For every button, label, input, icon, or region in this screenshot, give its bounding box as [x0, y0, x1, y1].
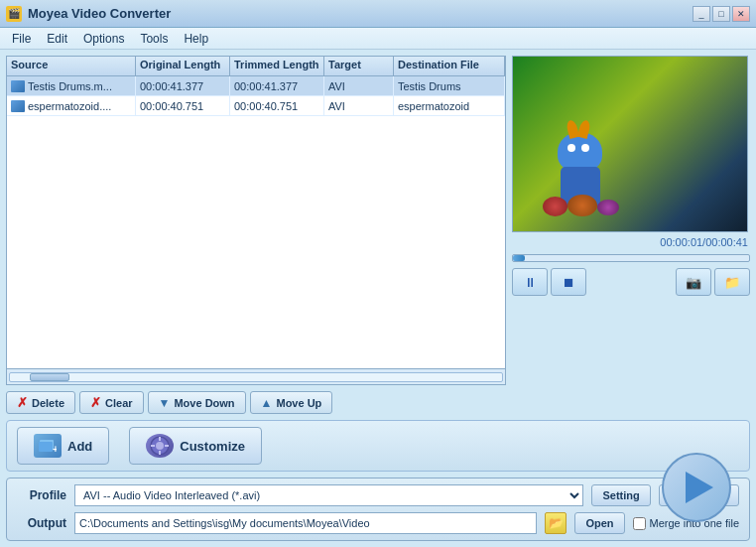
profile-row: Profile AVI -- Audio Video Interleaved (… — [17, 484, 739, 506]
add-button[interactable]: + Add — [17, 427, 109, 465]
menu-bar: File Edit Options Tools Help — [0, 28, 756, 50]
bottom-section: Profile AVI -- Audio Video Interleaved (… — [6, 478, 750, 541]
play-triangle-icon — [686, 472, 713, 503]
clear-button[interactable]: ✗ Clear — [79, 391, 144, 414]
cell-target-0: AVI — [324, 76, 394, 95]
delete-button[interactable]: ✗ Delete — [6, 391, 75, 414]
time-display: 00:00:01/00:00:41 — [512, 236, 750, 248]
arrow-down-icon: ▼ — [159, 396, 171, 410]
horizontal-scrollbar[interactable] — [7, 368, 505, 384]
customize-icon — [146, 434, 174, 458]
col-source: Source — [7, 57, 136, 75]
big-buttons-row: + Add Customize — [6, 420, 750, 472]
video-frame — [513, 57, 747, 231]
file-list-area: Source Original Length Trimmed Length Ta… — [6, 56, 506, 385]
folder-browse-icon: 📂 — [549, 516, 564, 530]
scroll-track — [9, 372, 503, 382]
svg-rect-6 — [159, 451, 161, 455]
main-content: Source Original Length Trimmed Length Ta… — [0, 50, 756, 547]
profile-label: Profile — [17, 488, 66, 502]
drum3 — [597, 200, 619, 215]
stop-icon: ⏹ — [563, 275, 575, 290]
menu-edit[interactable]: Edit — [39, 30, 75, 48]
move-up-button[interactable]: ▲ Move Up — [250, 391, 333, 414]
convert-play-button[interactable] — [662, 453, 731, 522]
window-controls: _ □ ✕ — [693, 6, 750, 22]
drum2 — [567, 195, 597, 216]
table-row[interactable]: espermatozoid.... 00:00:40.751 00:00:40.… — [7, 96, 505, 116]
output-row: Output 📂 Open Merge into one file — [17, 512, 739, 534]
table-body: Testis Drums.m... 00:00:41.377 00:00:41.… — [7, 76, 505, 368]
svg-point-4 — [156, 442, 164, 450]
col-original: Original Length — [136, 57, 230, 75]
cell-dest-1: espermatozoid — [394, 96, 505, 115]
playback-controls: ⏸ ⏹ — [512, 268, 586, 296]
col-target: Target — [324, 57, 394, 75]
col-dest: Destination File — [394, 57, 505, 75]
file-icon — [11, 80, 25, 92]
table-row[interactable]: Testis Drums.m... 00:00:41.377 00:00:41.… — [7, 76, 505, 96]
setting-button[interactable]: Setting — [591, 484, 650, 506]
browse-folder-button[interactable]: 📂 — [545, 512, 567, 534]
file-icon — [11, 100, 25, 112]
arrow-up-icon: ▲ — [261, 396, 273, 410]
char-eye2 — [581, 144, 589, 152]
media-controls: 📷 📁 — [676, 268, 750, 296]
profile-select[interactable]: AVI -- Audio Video Interleaved (*.avi) — [74, 484, 583, 506]
svg-rect-8 — [165, 445, 169, 447]
open-output-button[interactable]: Open — [574, 512, 624, 534]
camera-icon: 📷 — [686, 275, 701, 290]
menu-file[interactable]: File — [4, 30, 39, 48]
maximize-button[interactable]: □ — [712, 6, 730, 22]
drum1 — [543, 197, 567, 216]
cell-target-1: AVI — [324, 96, 394, 115]
char-eye1 — [567, 144, 575, 152]
col-trimmed: Trimmed Length — [230, 57, 324, 75]
merge-checkbox[interactable] — [633, 517, 646, 530]
app-icon: 🎬 — [6, 6, 22, 22]
svg-text:+: + — [53, 444, 57, 454]
cell-trim-1: 00:00:40.751 — [230, 96, 324, 115]
open-folder-button[interactable]: 📁 — [714, 268, 750, 296]
preview-area: 00:00:01/00:00:41 ⏸ ⏹ 📷 — [512, 56, 750, 414]
action-buttons-row: ✗ Delete ✗ Clear ▼ Move Down ▲ Move Up — [6, 391, 506, 414]
minimize-button[interactable]: _ — [693, 6, 710, 22]
pause-button[interactable]: ⏸ — [512, 268, 548, 296]
cell-dest-0: Testis Drums — [394, 76, 505, 95]
menu-help[interactable]: Help — [176, 30, 216, 48]
cell-source-1: espermatozoid.... — [7, 96, 136, 115]
menu-tools[interactable]: Tools — [132, 30, 176, 48]
svg-rect-1 — [39, 442, 53, 452]
output-label: Output — [17, 516, 66, 530]
delete-icon: ✗ — [17, 395, 28, 410]
cell-orig-0: 00:00:41.377 — [136, 76, 230, 95]
top-section: Source Original Length Trimmed Length Ta… — [6, 56, 750, 414]
cell-source-0: Testis Drums.m... — [7, 76, 136, 95]
pause-icon: ⏸ — [524, 275, 537, 290]
svg-rect-5 — [159, 437, 161, 441]
char-horn2 — [577, 119, 591, 139]
customize-button[interactable]: Customize — [129, 427, 262, 465]
cell-trim-0: 00:00:41.377 — [230, 76, 324, 95]
drums — [543, 192, 622, 221]
stop-button[interactable]: ⏹ — [551, 268, 586, 296]
move-down-button[interactable]: ▼ Move Down — [148, 391, 246, 414]
output-path-input[interactable] — [74, 512, 537, 534]
char-head — [558, 132, 602, 172]
progress-bar[interactable] — [512, 254, 750, 262]
cell-orig-1: 00:00:40.751 — [136, 96, 230, 115]
progress-fill — [513, 255, 525, 261]
folder-icon: 📁 — [724, 275, 740, 290]
window-title: Moyea Video Converter — [28, 6, 171, 21]
close-button[interactable]: ✕ — [732, 6, 750, 22]
svg-rect-7 — [151, 445, 155, 447]
clear-icon: ✗ — [90, 395, 101, 410]
add-icon: + — [34, 434, 62, 458]
video-preview — [512, 56, 748, 232]
screenshot-button[interactable]: 📷 — [676, 268, 711, 296]
scroll-thumb[interactable] — [30, 373, 69, 381]
menu-options[interactable]: Options — [75, 30, 132, 48]
title-bar: 🎬 Moyea Video Converter _ □ ✕ — [0, 0, 756, 28]
player-controls: ⏸ ⏹ 📷 📁 — [512, 268, 750, 296]
table-header: Source Original Length Trimmed Length Ta… — [7, 57, 505, 76]
